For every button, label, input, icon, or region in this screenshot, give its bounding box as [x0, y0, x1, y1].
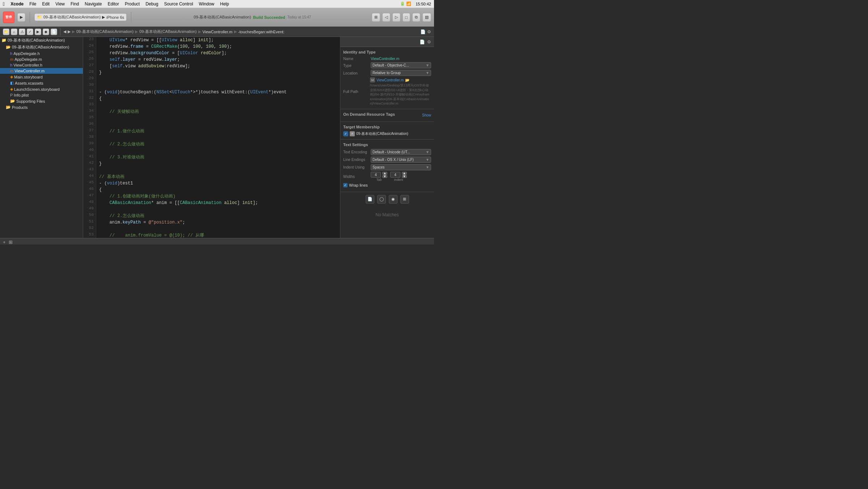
line-content[interactable]: redView.frame = CGRectMake(100, 100, 100… — [96, 43, 235, 50]
line-content[interactable]: redView.backgroundColor = [UIColor redCo… — [96, 50, 230, 56]
menu-find[interactable]: Find — [71, 1, 79, 7]
layout-btn-6[interactable]: ▧ — [422, 13, 431, 22]
file-item-09-基本动画(cabasicanimation)[interactable]: 📁09-基本动画(CABasicAnimation) — [0, 37, 83, 44]
line-content[interactable] — [96, 102, 102, 109]
back-btn[interactable]: ◀ — [63, 29, 66, 34]
add-btn[interactable]: + — [3, 239, 6, 244]
name-value[interactable]: ViewController.m — [371, 56, 431, 61]
line-content[interactable]: self.layer = redView.layer; — [96, 56, 183, 63]
line-content[interactable] — [96, 206, 102, 213]
warning-nav-btn[interactable]: ⚠ — [19, 29, 25, 35]
blue-check[interactable]: ✓ — [343, 131, 348, 136]
device-name[interactable]: iPhone 6s — [106, 15, 124, 20]
breadcrumb-project[interactable]: 09-基本动画(CABasicAnimation) — [76, 29, 133, 34]
line-content[interactable]: // 3.对谁做动画 — [96, 154, 147, 161]
debug-nav-btn[interactable]: ▶ — [35, 29, 41, 35]
menu-file[interactable]: File — [29, 1, 36, 7]
stop-button[interactable]: 暂停 — [3, 12, 14, 23]
menu-xcode[interactable]: Xcode — [10, 1, 24, 7]
file-item-viewcontroller.h[interactable]: hViewController.h — [0, 62, 83, 68]
filter-icon[interactable]: ⊞ — [9, 239, 13, 244]
indent-decrement-btn[interactable]: ▼ — [402, 175, 407, 178]
bottom-icon-4[interactable]: ⊞ — [400, 195, 409, 204]
line-content[interactable] — [96, 115, 102, 122]
indent-value-input[interactable] — [390, 172, 400, 178]
breakpoint-nav-btn[interactable]: ◆ — [43, 29, 49, 35]
line-content[interactable]: [self.view addSubview:redView]; — [96, 63, 193, 69]
line-content[interactable]: } — [96, 69, 105, 76]
line-content[interactable]: CABasicAnimation* anim = [[CABasicAnimat… — [96, 200, 261, 206]
line-content[interactable]: } — [96, 161, 105, 167]
file-item-09-基本动画(cabasicanimation)[interactable]: 📂09-基本动画(CABasicAnimation) — [0, 44, 83, 51]
encoding-dropdown[interactable]: Default - Unicode (UT... ▼ — [371, 149, 431, 155]
layout-btn-1[interactable]: ⊞ — [372, 13, 380, 22]
bottom-icon-3[interactable]: ◉ — [389, 195, 397, 204]
line-content[interactable]: - (void)touchesBegan:(NSSet<UITouch*>*)t… — [96, 89, 290, 95]
line-content[interactable] — [96, 148, 102, 154]
line-content[interactable]: { — [96, 95, 105, 102]
report-nav-btn[interactable]: 📄 — [51, 29, 57, 35]
wrap-lines-checkbox[interactable]: ✓ — [343, 183, 348, 187]
location-dropdown[interactable]: Relative to Group ▼ — [371, 70, 431, 76]
line-content[interactable] — [96, 122, 102, 128]
line-content[interactable]: // anim.fromValue = @(10); // 从哪 — [96, 232, 207, 238]
menu-help[interactable]: Help — [220, 1, 229, 7]
line-content[interactable]: anim.keyPath = @"position.x"; — [96, 219, 188, 226]
forward-btn[interactable]: ▶ — [68, 29, 71, 34]
menu-navigate[interactable]: Navigate — [85, 1, 102, 7]
line-content[interactable] — [96, 76, 102, 82]
layout-btn-5[interactable]: ⧉ — [412, 13, 420, 22]
layout-btn-3[interactable]: ▷ — [392, 13, 400, 22]
menu-window[interactable]: Window — [199, 1, 214, 7]
right-doc-icon[interactable]: 📄 — [420, 39, 425, 44]
layout-btn-2[interactable]: ◁ — [382, 13, 390, 22]
bottom-icon-1[interactable]: 📄 — [366, 195, 374, 204]
line-content[interactable]: // 1.做什么动画 — [96, 128, 147, 135]
menu-edit[interactable]: Edit — [42, 1, 50, 7]
breadcrumb-folder[interactable]: 09-基本动画(CABasicAnimation) — [139, 29, 196, 34]
line-content[interactable] — [96, 82, 102, 89]
line-content[interactable] — [96, 167, 102, 174]
menu-view[interactable]: View — [55, 1, 65, 7]
breadcrumb-file[interactable]: ViewController.m — [203, 30, 233, 34]
file-item-viewcontroller.m[interactable]: mViewController.m — [0, 68, 83, 74]
project-name[interactable]: 09-基本动画(CABasicAnimation) — [43, 14, 101, 20]
breadcrumb-method[interactable]: -touchesBegan:withEvent: — [238, 30, 285, 34]
search-nav-btn[interactable]: ⌕ — [11, 29, 17, 35]
indent-using-dropdown[interactable]: Spaces ▼ — [371, 164, 431, 170]
apple-menu[interactable]:  — [3, 1, 5, 7]
file-item-launchscreen.storyboard[interactable]: ◈LaunchScreen.storyboard — [0, 86, 83, 92]
tab-decrement-btn[interactable]: ▼ — [382, 175, 387, 178]
show-link[interactable]: Show — [422, 113, 431, 117]
doc-icon[interactable]: 📄 — [420, 29, 426, 34]
line-content[interactable]: // 基本动画 — [96, 174, 127, 180]
file-item-products[interactable]: 📂Products — [0, 104, 83, 110]
file-item-assets.xcassets[interactable]: ◧Assets.xcassets — [0, 80, 83, 86]
settings-icon[interactable]: ⚙ — [427, 29, 431, 34]
test-nav-btn[interactable]: ✓ — [27, 29, 33, 35]
line-content[interactable]: // 关键帧动画 — [96, 109, 142, 115]
file-item-appdelegate.h[interactable]: hAppDelegate.h — [0, 51, 83, 56]
line-content[interactable] — [96, 226, 102, 232]
layout-btn-4[interactable]: □ — [403, 13, 410, 22]
menu-debug[interactable]: Debug — [145, 1, 158, 7]
file-item-supporting-files[interactable]: 📂Supporting Files — [0, 98, 83, 104]
line-content[interactable]: UIView* redView = [[UIView alloc] init]; — [96, 37, 217, 43]
bottom-icon-2[interactable]: ◯ — [377, 195, 386, 204]
tab-value-input[interactable] — [371, 172, 381, 178]
menu-editor[interactable]: Editor — [108, 1, 119, 7]
right-gear-icon[interactable]: ⚙ — [427, 39, 431, 44]
line-content[interactable] — [96, 135, 102, 141]
menu-product[interactable]: Product — [125, 1, 140, 7]
type-dropdown[interactable]: Default - Objective-C... ▼ — [371, 62, 431, 68]
menu-source-control[interactable]: Source Control — [164, 1, 193, 7]
line-content[interactable]: // 2.怎么做动画 — [96, 141, 147, 148]
line-content[interactable]: { — [96, 187, 105, 193]
locate-btn[interactable]: 📂 — [405, 78, 409, 82]
line-content[interactable]: - (void)test1 — [96, 180, 136, 187]
file-item-main.storyboard[interactable]: ◈Main.storyboard — [0, 74, 83, 80]
file-item-info.plist[interactable]: PInfo.plist — [0, 92, 83, 98]
line-content[interactable]: // 2.怎么做动画 — [96, 213, 147, 219]
run-button[interactable]: ▶ — [17, 13, 25, 22]
file-item-appdelegate.m[interactable]: mAppDelegate.m — [0, 56, 83, 62]
